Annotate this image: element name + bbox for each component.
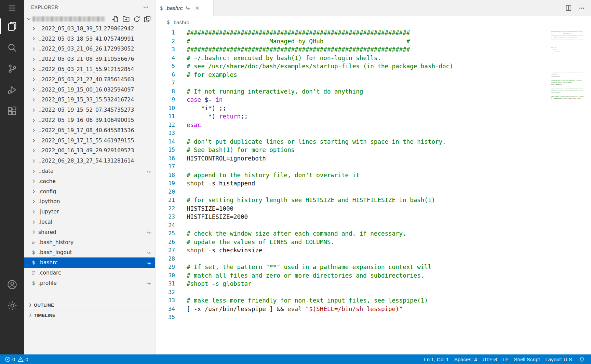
code-line-16[interactable]: 16HISTCONTROL=ignoreboth: [156, 154, 547, 163]
explorer-more-actions-icon[interactable]: [142, 3, 150, 11]
tree-item-local[interactable]: .local: [24, 217, 155, 227]
debug-icon: [7, 84, 18, 95]
tree-item-2022-06-28-13-27-54-131281614[interactable]: ..2022_06_28_13_27_54.131281614: [24, 156, 155, 166]
activity-item-search[interactable]: [0, 37, 24, 58]
tree-item-2022-05-03-18-39-51-279862942[interactable]: ..2022_05_03_18_39_51.279862942: [24, 24, 155, 34]
editor-more-actions-icon[interactable]: [578, 4, 586, 12]
project-root-row[interactable]: [24, 14, 155, 24]
tab-bashrc[interactable]: $ .bashrc: [156, 0, 214, 16]
code-line-5[interactable]: 5# see /usr/share/doc/bash/examples/star…: [156, 62, 547, 71]
tree-item-2022-05-19-15-33-15-532416724[interactable]: ..2022_05_19_15_33_15.532416724: [24, 95, 155, 105]
tree-item-2022-05-19-17-08-40-645581536[interactable]: ..2022_05_19_17_08_40.645581536: [24, 125, 155, 136]
code-line-32[interactable]: 32: [156, 288, 547, 297]
code-line-1[interactable]: 1#######################################…: [156, 29, 547, 37]
code-line-28[interactable]: 28: [156, 255, 547, 263]
tree-item-profile[interactable]: $.profile: [24, 278, 155, 288]
activity-item-settings[interactable]: [0, 295, 24, 316]
new-file-icon[interactable]: [112, 15, 119, 23]
code-line-4[interactable]: 4# ~/.bashrc: executed by bash(1) for no…: [156, 54, 547, 62]
tree-item-2022-05-03-21-11-55-912152854[interactable]: ..2022_05_03_21_11_55.912152854: [24, 64, 155, 74]
code-line-15[interactable]: 15# See bash(1) for more options: [156, 146, 547, 154]
status-problems-errors-label: 0: [12, 356, 15, 362]
tree-item-shared[interactable]: shared: [24, 227, 155, 237]
tree-item-2022-05-03-21-08-39-110556676[interactable]: ..2022_05_03_21_08_39.110556676: [24, 54, 155, 64]
tree-item-2022-05-19-15-52-07-345735273[interactable]: ..2022_05_19_15_52_07.345735273: [24, 105, 155, 115]
status-problems-errors[interactable]: 0: [3, 354, 16, 364]
code-line-18[interactable]: 18# append to the history file, don't ov…: [156, 171, 547, 180]
tree-item-2022-06-16-13-49-29-929169573[interactable]: ..2022_06_16_13_49_29.929169573: [24, 146, 155, 156]
tree-item-label: ..2022_05_19_17_15_55.461979155: [38, 138, 134, 144]
code-line-8[interactable]: 8# If not running interactively, don't d…: [156, 87, 547, 96]
activity-item-run-debug[interactable]: [0, 79, 24, 100]
tree-item-condarc[interactable]: .condarc: [24, 268, 155, 278]
activity-item-extensions[interactable]: [0, 100, 24, 122]
tree-item-cache[interactable]: .cache: [24, 176, 155, 186]
activity-item-account[interactable]: [0, 274, 24, 295]
code-line-31[interactable]: 31#shopt -s globstar: [156, 280, 547, 288]
status-notifications[interactable]: [576, 354, 588, 364]
new-folder-icon[interactable]: [122, 15, 130, 23]
code-line-33[interactable]: 33# make less more friendly for non-text…: [156, 296, 547, 305]
section-timeline[interactable]: TIMELINE: [24, 310, 155, 320]
code-line-22[interactable]: 22HISTSIZE=1000: [156, 205, 547, 213]
code-line-30[interactable]: 30# match all files and zero or more dir…: [156, 271, 547, 280]
status-eol[interactable]: LF: [500, 354, 511, 364]
tree-item-2022-05-19-16-06-39-106490015[interactable]: ..2022_05_19_16_06_39.106490015: [24, 115, 155, 125]
code-line-17[interactable]: 17: [156, 163, 547, 171]
tree-item-ipython[interactable]: .ipython: [24, 197, 155, 207]
activity-item-menu[interactable]: [0, 0, 24, 16]
minimap[interactable]: ########################################…: [551, 30, 583, 104]
section-outline[interactable]: OUTLINE: [24, 300, 155, 310]
code-line-12[interactable]: 12esac: [156, 121, 547, 129]
code-line-21[interactable]: 21# for setting history length see HISTS…: [156, 196, 547, 205]
tree-item-bashrc[interactable]: $.bashrc: [24, 257, 155, 268]
tree-item-label: ..2022_05_03_21_08_39.110556676: [38, 56, 134, 62]
activity-item-explorer[interactable]: [0, 16, 24, 37]
activity-item-source-control[interactable]: [0, 58, 24, 79]
code-line-19[interactable]: 19shopt -s histappend: [156, 179, 547, 188]
code-line-29[interactable]: 29# If set, the pattern "**" used in a p…: [156, 263, 547, 271]
code-line-11[interactable]: 11 *) return;;: [156, 112, 547, 121]
code-line-25[interactable]: 25# check the window size after each com…: [156, 229, 547, 238]
status-cursor-position[interactable]: Ln 1, Col 1: [421, 354, 452, 364]
code-line-14[interactable]: 14# don't put duplicate lines or lines s…: [156, 138, 547, 146]
tree-item-bash-logout[interactable]: $.bash_logout: [24, 248, 155, 258]
tree-item-data[interactable]: ..data: [24, 166, 155, 176]
code-line-23[interactable]: 23HISTFILESIZE=2000: [156, 213, 547, 221]
tree-item-label: .jupyter: [38, 209, 59, 215]
tree-item-2022-05-03-21-27-40-785614563[interactable]: ..2022_05_03_21_27_40.785614563: [24, 74, 155, 85]
status-language-mode[interactable]: Shell Script: [511, 354, 543, 364]
code-line-9[interactable]: 9case $- in: [156, 96, 547, 104]
tree-item-jupyter[interactable]: .jupyter: [24, 207, 155, 217]
collapse-all-icon[interactable]: [144, 15, 151, 23]
code-line-2[interactable]: 2# Managed by QHub #: [156, 37, 547, 46]
tree-item-2022-05-03-21-06-26-172993052[interactable]: ..2022_05_03_21_06_26.172993052: [24, 44, 155, 54]
code-line-7[interactable]: 7: [156, 79, 547, 87]
code-line-3[interactable]: 3#######################################…: [156, 45, 547, 54]
tree-item-2022-05-03-18-53-41-075749991[interactable]: ..2022_05_03_18_53_41.075749991: [24, 34, 155, 44]
close-icon[interactable]: [194, 5, 201, 11]
code-line-6[interactable]: 6# for examples: [156, 71, 547, 79]
refresh-icon[interactable]: [133, 15, 140, 23]
status-encoding[interactable]: UTF-8: [480, 354, 500, 364]
status-indentation[interactable]: Spaces: 4: [452, 354, 480, 364]
code-line-35[interactable]: 35: [156, 313, 547, 322]
explorer-title: EXPLORER: [31, 4, 58, 10]
tree-item-config[interactable]: .config: [24, 186, 155, 197]
code-line-10[interactable]: 10 *i*) ;;: [156, 104, 547, 113]
status-problems-warnings[interactable]: 0: [16, 354, 29, 364]
tree-item-2022-05-19-17-15-55-461979155[interactable]: ..2022_05_19_17_15_55.461979155: [24, 136, 155, 146]
status-keyboard-layout[interactable]: Layout: U.S.: [542, 354, 576, 364]
code-line-34[interactable]: 34[ -x /usr/bin/lesspipe ] && eval "$(SH…: [156, 305, 547, 313]
code-editor[interactable]: 1#######################################…: [156, 28, 591, 354]
tree-item-bash-history[interactable]: .bash_history: [24, 237, 155, 248]
explorer-toolbar: [112, 15, 151, 23]
code-line-13[interactable]: 13: [156, 129, 547, 138]
code-line-20[interactable]: 20: [156, 188, 547, 196]
code-line-24[interactable]: 24: [156, 221, 547, 230]
breadcrumb[interactable]: $ .bashrc: [156, 16, 591, 28]
code-line-27[interactable]: 27shopt -s checkwinsize: [156, 246, 547, 255]
tree-item-2022-05-19-15-00-16-032594097[interactable]: ..2022_05_19_15_00_16.032594097: [24, 85, 155, 95]
code-line-26[interactable]: 26# update the values of LINES and COLUM…: [156, 238, 547, 247]
split-editor-icon[interactable]: [565, 4, 572, 12]
